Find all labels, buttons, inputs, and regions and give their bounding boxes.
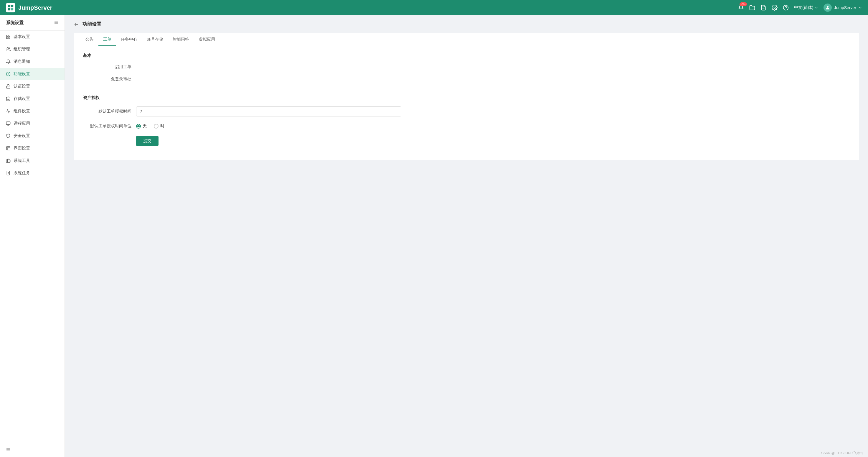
svg-point-6 bbox=[774, 7, 775, 8]
radio-day-circle bbox=[136, 124, 141, 128]
sidebar-title: 系统设置 bbox=[6, 20, 24, 26]
sidebar-item-label: 组织管理 bbox=[13, 47, 30, 52]
free-login-row: 免登录审批 bbox=[83, 77, 850, 82]
default-time-control bbox=[136, 107, 401, 116]
sidebar-item-auth[interactable]: 认证设置 bbox=[0, 80, 64, 92]
svg-rect-24 bbox=[6, 146, 10, 150]
svg-point-17 bbox=[7, 48, 8, 49]
tab-task-center[interactable]: 任务中心 bbox=[116, 33, 142, 46]
sidebar-item-notify[interactable]: 消息通知 bbox=[0, 55, 64, 68]
sidebar-item-security[interactable]: 安全设置 bbox=[0, 130, 64, 142]
sidebar-item-label: 远程应用 bbox=[13, 121, 30, 126]
logo[interactable]: JumpServer bbox=[6, 3, 53, 12]
notification-badge: 99+ bbox=[740, 2, 747, 6]
sidebar-item-ui[interactable]: 界面设置 bbox=[0, 142, 64, 154]
sidebar-item-label: 系统任务 bbox=[13, 170, 30, 176]
tab-ticket[interactable]: 工单 bbox=[98, 33, 116, 46]
logo-icon bbox=[6, 3, 15, 12]
asset-auth-section-title: 资产授权 bbox=[83, 95, 850, 101]
svg-rect-15 bbox=[8, 37, 10, 39]
topnav: JumpServer 99+ bbox=[0, 0, 868, 15]
sidebar-item-widget[interactable]: 组件设置 bbox=[0, 105, 64, 117]
footer-text: CSDN @FIT2CLOUD 飞致云 bbox=[821, 451, 863, 455]
settings-icon[interactable] bbox=[772, 5, 778, 10]
sidebar-item-label: 功能设置 bbox=[13, 72, 30, 77]
user-button[interactable]: JumpServer bbox=[824, 3, 862, 12]
svg-rect-14 bbox=[8, 35, 10, 36]
svg-rect-1 bbox=[11, 5, 13, 7]
svg-point-9 bbox=[827, 6, 829, 8]
files-icon[interactable] bbox=[749, 5, 755, 10]
sidebar-item-tasks[interactable]: 系统任务 bbox=[0, 167, 64, 179]
sidebar: 系统设置 基本设置 bbox=[0, 15, 65, 457]
layout: 系统设置 基本设置 bbox=[0, 15, 868, 457]
help-icon[interactable] bbox=[783, 5, 789, 10]
sidebar-item-tools[interactable]: 系统工具 bbox=[0, 154, 64, 167]
svg-rect-13 bbox=[6, 35, 8, 36]
radio-hour-circle bbox=[154, 124, 158, 128]
tab-ai-qa[interactable]: 智能问答 bbox=[168, 33, 194, 46]
default-time-input[interactable] bbox=[136, 107, 401, 116]
page-footer: CSDN @FIT2CLOUD 飞致云 bbox=[816, 449, 868, 457]
svg-rect-25 bbox=[6, 160, 10, 163]
default-time-label: 默认工单授权时间 bbox=[83, 109, 136, 114]
sidebar-item-feature[interactable]: 功能设置 bbox=[0, 68, 64, 80]
sidebar-toggle[interactable] bbox=[54, 20, 59, 26]
default-time-row: 默认工单授权时间 bbox=[83, 107, 850, 116]
basic-section: 基本 启用工单 免登录审批 bbox=[74, 46, 859, 160]
submit-button[interactable]: 提交 bbox=[136, 136, 158, 146]
back-button[interactable] bbox=[74, 22, 79, 27]
sidebar-item-label: 认证设置 bbox=[13, 84, 30, 89]
svg-rect-3 bbox=[11, 8, 13, 10]
enable-ticket-row: 启用工单 bbox=[83, 64, 850, 69]
svg-rect-16 bbox=[6, 37, 8, 39]
topnav-right: 99+ bbox=[738, 3, 862, 12]
sidebar-item-label: 系统工具 bbox=[13, 158, 30, 163]
tabs: 公告 工单 任务中心 账号存储 智能问答 虚拟应用 bbox=[74, 33, 859, 46]
submit-row: 提交 bbox=[83, 136, 850, 146]
radio-day-label: 天 bbox=[143, 123, 147, 129]
radio-hour[interactable]: 时 bbox=[154, 123, 164, 129]
sidebar-item-storage[interactable]: 存储设置 bbox=[0, 92, 64, 105]
radio-group: 天 时 bbox=[136, 123, 401, 129]
notification-icon[interactable]: 99+ bbox=[738, 5, 744, 10]
sidebar-item-label: 界面设置 bbox=[13, 146, 30, 151]
username-label: JumpServer bbox=[834, 5, 856, 10]
sidebar-collapse-btn[interactable] bbox=[0, 443, 64, 457]
time-unit-label: 默认工单授权时间单位 bbox=[83, 123, 136, 129]
avatar bbox=[824, 3, 832, 12]
svg-rect-21 bbox=[6, 122, 10, 124]
basic-section-title: 基本 bbox=[83, 53, 850, 58]
language-button[interactable]: 中文(简体) bbox=[794, 5, 818, 10]
sidebar-item-label: 安全设置 bbox=[13, 133, 30, 139]
enable-ticket-label: 启用工单 bbox=[83, 64, 136, 69]
page-header: 功能设置 bbox=[74, 21, 859, 27]
sidebar-item-label: 消息通知 bbox=[13, 59, 30, 64]
tab-account-store[interactable]: 账号存储 bbox=[142, 33, 168, 46]
radio-hour-label: 时 bbox=[160, 123, 164, 129]
time-unit-row: 默认工单授权时间单位 天 时 bbox=[83, 123, 850, 129]
sidebar-item-label: 基本设置 bbox=[13, 34, 30, 39]
app-name: JumpServer bbox=[18, 4, 53, 11]
svg-rect-0 bbox=[8, 5, 10, 7]
svg-point-20 bbox=[6, 97, 10, 98]
sidebar-item-label: 存储设置 bbox=[13, 96, 30, 102]
doc-icon[interactable] bbox=[761, 5, 766, 10]
sidebar-item-org[interactable]: 组织管理 bbox=[0, 43, 64, 55]
page-title: 功能设置 bbox=[83, 21, 101, 27]
sidebar-item-remote[interactable]: 远程应用 bbox=[0, 117, 64, 130]
content-card: 公告 工单 任务中心 账号存储 智能问答 虚拟应用 bbox=[74, 33, 859, 160]
time-unit-control: 天 时 bbox=[136, 123, 401, 129]
sidebar-header: 系统设置 bbox=[0, 15, 64, 31]
radio-day[interactable]: 天 bbox=[136, 123, 147, 129]
svg-rect-2 bbox=[8, 8, 10, 10]
free-login-label: 免登录审批 bbox=[83, 77, 136, 82]
tab-announcement[interactable]: 公告 bbox=[81, 33, 98, 46]
tab-virtual-app[interactable]: 虚拟应用 bbox=[194, 33, 220, 46]
main-content: 功能设置 公告 工单 任务中心 账号存储 智能问答 bbox=[65, 15, 868, 457]
section-divider bbox=[83, 89, 850, 89]
svg-rect-19 bbox=[6, 86, 10, 88]
sidebar-item-basic[interactable]: 基本设置 bbox=[0, 31, 64, 43]
sidebar-item-label: 组件设置 bbox=[13, 109, 30, 114]
